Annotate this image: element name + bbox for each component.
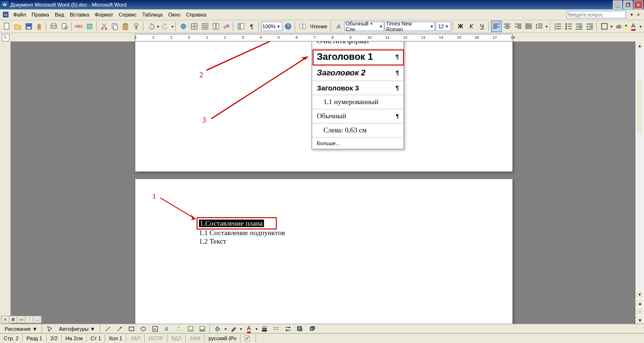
reading-button[interactable]: Чтение	[308, 24, 330, 29]
prev-page-button[interactable]: ▴	[636, 299, 644, 307]
doc-map-button[interactable]	[236, 21, 246, 32]
menu-window[interactable]: Окно	[165, 11, 183, 18]
styles-pane-button[interactable]: A	[333, 21, 344, 32]
horizontal-ruler[interactable]: 3210123456789101112131415161718	[11, 33, 636, 41]
menu-insert[interactable]: Вставка	[67, 11, 92, 18]
menu-view[interactable]: Вид	[52, 11, 67, 18]
doc-line-2[interactable]: 1.1 Составление подпунктов	[199, 229, 285, 237]
web-view-button[interactable]: ⊞	[9, 316, 17, 323]
style-clear-format[interactable]: Очистить формат	[312, 41, 404, 49]
new-doc-button[interactable]	[2, 21, 12, 32]
status-ovr[interactable]: ЗАМ	[186, 335, 205, 342]
numbered-list-button[interactable]: 123	[553, 21, 563, 32]
style-indent[interactable]: Слева: 0,63 см	[312, 123, 404, 138]
help-dropdown-arrow[interactable]: ▼	[630, 13, 634, 17]
doc-line-3[interactable]: 1.2 Текст	[199, 237, 226, 245]
undo-dropdown[interactable]: ▼	[157, 25, 160, 28]
menu-file[interactable]: Файл	[10, 11, 29, 18]
normal-view-button[interactable]: ≡	[1, 316, 9, 323]
vertical-scrollbar[interactable]: ▲ ▼ ▴ ○ ▾	[636, 41, 644, 324]
line-spacing-dropdown[interactable]: ▼	[545, 25, 548, 28]
bold-button[interactable]: Ж	[455, 21, 466, 32]
undo-button[interactable]	[146, 21, 156, 32]
align-center-button[interactable]	[502, 21, 512, 32]
next-page-button[interactable]: ▾	[636, 316, 644, 324]
menu-help[interactable]: Справка	[183, 11, 209, 18]
status-spellcheck-icon[interactable]	[240, 335, 256, 342]
print-preview-button[interactable]	[59, 21, 70, 32]
fill-color-dropdown[interactable]: ▼	[224, 327, 227, 331]
paste-button[interactable]	[121, 21, 131, 32]
close-button[interactable]: ×	[634, 0, 643, 9]
status-ext[interactable]: ВДЛ	[167, 335, 186, 342]
select-browse-button[interactable]: ○	[636, 307, 644, 316]
align-left-button[interactable]	[491, 21, 502, 32]
italic-button[interactable]: К	[466, 21, 477, 32]
doc-close-button[interactable]: ×	[636, 12, 641, 17]
show-paragraph-button[interactable]: ¶	[247, 21, 257, 32]
scroll-up-button[interactable]: ▲	[636, 41, 644, 50]
help-button[interactable]: ?	[283, 21, 293, 32]
open-button[interactable]	[13, 21, 23, 32]
style-numbered[interactable]: 1.1 нумерованный	[312, 95, 404, 109]
vertical-ruler[interactable]	[0, 41, 11, 324]
increase-indent-button[interactable]	[585, 21, 595, 32]
columns-button[interactable]	[211, 21, 221, 32]
hyperlink-button[interactable]	[178, 21, 189, 32]
align-right-button[interactable]	[513, 21, 523, 32]
redo-dropdown[interactable]: ▼	[171, 25, 174, 28]
restore-button[interactable]: ❐	[623, 0, 633, 9]
underline-button[interactable]: Ч	[477, 21, 487, 32]
scroll-track[interactable]	[636, 50, 644, 290]
menu-format[interactable]: Формат	[92, 11, 116, 18]
style-heading-3[interactable]: Заголовок 3¶	[312, 81, 404, 95]
cut-button[interactable]	[99, 21, 109, 32]
status-record[interactable]: ЗАП	[126, 335, 145, 342]
reading-icon[interactable]	[297, 21, 308, 32]
zoom-combo[interactable]: 100%▼	[261, 22, 283, 31]
style-more[interactable]: Больше...	[312, 138, 404, 149]
copy-button[interactable]	[110, 21, 120, 32]
highlight-dropdown[interactable]: ▼	[624, 24, 627, 29]
decrease-indent-button[interactable]	[574, 21, 584, 32]
save-button[interactable]	[24, 21, 34, 32]
font-color-dropdown[interactable]: ▼	[639, 25, 642, 28]
menu-table[interactable]: Таблица	[140, 11, 165, 18]
drawing-toolbar-button[interactable]	[221, 21, 231, 32]
reading-view-button[interactable]: 📖	[33, 316, 41, 323]
insert-table-button[interactable]	[200, 21, 210, 32]
minimize-button[interactable]: _	[613, 0, 622, 9]
outline-view-button[interactable]: ⋮	[25, 316, 33, 323]
font-combo[interactable]: Times New Roman▼	[385, 22, 435, 31]
status-track[interactable]: ИСПР	[145, 335, 167, 342]
tables-borders-button[interactable]	[189, 21, 199, 32]
permission-button[interactable]	[34, 21, 44, 32]
scroll-thumb[interactable]	[636, 78, 644, 136]
drawing-menu[interactable]: Рисование ▼	[2, 325, 40, 333]
align-justify-button[interactable]	[523, 21, 534, 32]
style-heading-2[interactable]: Заголовок 2¶	[312, 65, 404, 81]
scroll-down-button[interactable]: ▼	[636, 290, 644, 299]
status-language[interactable]: русский (Ро	[205, 335, 240, 342]
autoshapes-menu[interactable]: Автофигуры ▼	[56, 325, 98, 333]
format-painter-button[interactable]	[131, 21, 141, 32]
spellcheck-button[interactable]: ABC	[74, 21, 84, 32]
document-area[interactable]: 1.Составление плана 1.1 Составление подп…	[11, 41, 636, 324]
print-view-button[interactable]: ▭	[17, 316, 25, 323]
line-color-dropdown[interactable]: ▼	[239, 327, 243, 331]
highlight-button[interactable]: ab	[614, 21, 624, 32]
research-button[interactable]	[84, 21, 95, 32]
line-spacing-button[interactable]	[534, 21, 545, 32]
font-color-draw-dropdown[interactable]: ▼	[255, 327, 258, 331]
style-normal[interactable]: Обычный¶	[312, 109, 404, 123]
menu-tools[interactable]: Сервис	[116, 11, 140, 18]
print-button[interactable]	[49, 21, 59, 32]
help-search-input[interactable]	[567, 11, 626, 18]
bullet-list-button[interactable]	[563, 21, 574, 32]
tab-selector[interactable]: L	[2, 34, 9, 41]
borders-dropdown[interactable]: ▼	[610, 25, 613, 28]
redo-button[interactable]	[160, 21, 171, 32]
menu-edit[interactable]: Правка	[29, 11, 52, 18]
font-size-combo[interactable]: 12▼	[436, 22, 451, 31]
font-color-button[interactable]: A	[628, 21, 638, 32]
